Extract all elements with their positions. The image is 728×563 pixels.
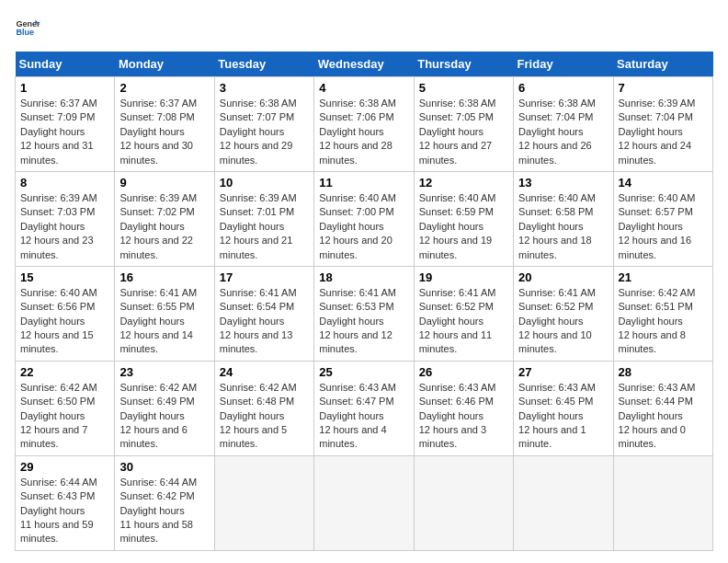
day-number: 7 xyxy=(619,81,708,95)
day-number: 12 xyxy=(419,176,508,190)
calendar-cell: 13 Sunrise: 6:40 AM Sunset: 6:58 PM Dayl… xyxy=(514,171,613,266)
calendar-cell: 17 Sunrise: 6:41 AM Sunset: 6:54 PM Dayl… xyxy=(214,266,313,361)
col-header-sunday: Sunday xyxy=(16,52,115,77)
daylight-value: 12 hours and 14 minutes. xyxy=(119,329,193,354)
daylight-label: Daylight hours xyxy=(419,126,483,137)
day-info: Sunrise: 6:38 AM Sunset: 7:04 PM Dayligh… xyxy=(518,97,608,167)
svg-text:Blue: Blue xyxy=(16,28,34,37)
col-header-wednesday: Wednesday xyxy=(314,52,414,77)
daylight-value: 12 hours and 1 minute. xyxy=(518,424,586,449)
daylight-label: Daylight hours xyxy=(518,410,583,421)
sunrise-label: Sunrise: 6:44 AM xyxy=(20,477,97,488)
calendar-table: SundayMondayTuesdayWednesdayThursdayFrid… xyxy=(15,52,713,551)
sunset-label: Sunset: 6:54 PM xyxy=(220,301,294,312)
daylight-label: Daylight hours xyxy=(220,126,284,137)
calendar-header: SundayMondayTuesdayWednesdayThursdayFrid… xyxy=(16,52,713,77)
sunset-label: Sunset: 6:47 PM xyxy=(319,396,393,407)
sunrise-label: Sunrise: 6:39 AM xyxy=(619,98,696,109)
daylight-value: 12 hours and 19 minutes. xyxy=(419,235,493,259)
daylight-value: 12 hours and 26 minutes. xyxy=(518,140,592,165)
sunrise-label: Sunrise: 6:44 AM xyxy=(119,477,197,488)
daylight-label: Daylight hours xyxy=(119,316,184,327)
daylight-value: 12 hours and 3 minutes. xyxy=(419,424,486,449)
day-info: Sunrise: 6:42 AM Sunset: 6:48 PM Dayligh… xyxy=(220,381,309,452)
calendar-cell: 28 Sunrise: 6:43 AM Sunset: 6:44 PM Dayl… xyxy=(613,361,712,455)
sunset-label: Sunset: 7:03 PM xyxy=(20,206,95,217)
calendar-cell: 29 Sunrise: 6:44 AM Sunset: 6:43 PM Dayl… xyxy=(16,455,115,550)
daylight-label: Daylight hours xyxy=(20,316,85,327)
sunset-label: Sunset: 6:58 PM xyxy=(518,206,593,217)
daylight-value: 12 hours and 20 minutes. xyxy=(319,235,392,259)
calendar-cell: 11 Sunrise: 6:40 AM Sunset: 7:00 PM Dayl… xyxy=(314,171,414,266)
daylight-value: 12 hours and 11 minutes. xyxy=(419,329,493,354)
day-info: Sunrise: 6:38 AM Sunset: 7:07 PM Dayligh… xyxy=(220,97,309,167)
daylight-label: Daylight hours xyxy=(20,126,85,137)
calendar-cell: 2 Sunrise: 6:37 AM Sunset: 7:08 PM Dayli… xyxy=(115,77,214,172)
daylight-value: 12 hours and 15 minutes. xyxy=(20,329,94,354)
sunrise-label: Sunrise: 6:37 AM xyxy=(119,98,197,109)
day-info: Sunrise: 6:38 AM Sunset: 7:06 PM Dayligh… xyxy=(319,97,408,167)
calendar-cell: 15 Sunrise: 6:40 AM Sunset: 6:56 PM Dayl… xyxy=(16,266,115,361)
day-info: Sunrise: 6:42 AM Sunset: 6:51 PM Dayligh… xyxy=(619,286,708,357)
daylight-value: 12 hours and 5 minutes. xyxy=(220,424,287,449)
daylight-value: 12 hours and 23 minutes. xyxy=(20,235,94,259)
sunset-label: Sunset: 6:52 PM xyxy=(518,301,593,312)
col-header-monday: Monday xyxy=(115,52,214,77)
calendar-cell xyxy=(514,455,613,550)
day-number: 19 xyxy=(419,270,508,284)
sunrise-label: Sunrise: 6:37 AM xyxy=(20,98,97,109)
calendar-cell xyxy=(314,455,414,550)
day-info: Sunrise: 6:41 AM Sunset: 6:53 PM Dayligh… xyxy=(319,286,408,357)
col-header-tuesday: Tuesday xyxy=(214,52,313,77)
daylight-value: 11 hours and 58 minutes. xyxy=(119,519,193,544)
calendar-cell: 6 Sunrise: 6:38 AM Sunset: 7:04 PM Dayli… xyxy=(514,77,613,172)
day-number: 2 xyxy=(119,81,209,95)
sunset-label: Sunset: 7:02 PM xyxy=(119,206,194,217)
sunrise-label: Sunrise: 6:39 AM xyxy=(220,192,297,203)
calendar-cell: 10 Sunrise: 6:39 AM Sunset: 7:01 PM Dayl… xyxy=(214,171,313,266)
sunset-label: Sunset: 6:50 PM xyxy=(20,396,95,407)
day-number: 28 xyxy=(619,365,708,379)
day-number: 24 xyxy=(220,365,309,379)
sunrise-label: Sunrise: 6:39 AM xyxy=(20,192,97,203)
day-info: Sunrise: 6:38 AM Sunset: 7:05 PM Dayligh… xyxy=(419,97,508,167)
calendar-cell: 30 Sunrise: 6:44 AM Sunset: 6:42 PM Dayl… xyxy=(115,455,214,550)
day-number: 18 xyxy=(319,270,408,284)
col-header-friday: Friday xyxy=(514,52,613,77)
daylight-label: Daylight hours xyxy=(619,126,683,137)
calendar-cell: 27 Sunrise: 6:43 AM Sunset: 6:45 PM Dayl… xyxy=(514,361,613,455)
day-info: Sunrise: 6:40 AM Sunset: 6:57 PM Dayligh… xyxy=(619,191,708,262)
sunrise-label: Sunrise: 6:41 AM xyxy=(119,287,197,298)
daylight-label: Daylight hours xyxy=(518,126,583,137)
sunset-label: Sunset: 6:43 PM xyxy=(20,490,95,501)
day-info: Sunrise: 6:40 AM Sunset: 7:00 PM Dayligh… xyxy=(319,191,408,262)
sunrise-label: Sunrise: 6:41 AM xyxy=(220,287,297,298)
day-info: Sunrise: 6:40 AM Sunset: 6:59 PM Dayligh… xyxy=(419,191,508,262)
daylight-label: Daylight hours xyxy=(20,221,85,232)
sunrise-label: Sunrise: 6:43 AM xyxy=(518,382,596,393)
day-info: Sunrise: 6:43 AM Sunset: 6:47 PM Dayligh… xyxy=(319,381,408,452)
daylight-label: Daylight hours xyxy=(119,126,184,137)
day-number: 17 xyxy=(220,270,309,284)
svg-text:General: General xyxy=(16,19,40,29)
sunset-label: Sunset: 7:00 PM xyxy=(319,206,393,217)
daylight-value: 12 hours and 16 minutes. xyxy=(619,235,692,259)
day-info: Sunrise: 6:43 AM Sunset: 6:44 PM Dayligh… xyxy=(619,381,708,452)
daylight-label: Daylight hours xyxy=(20,505,85,516)
daylight-value: 12 hours and 31 minutes. xyxy=(20,140,94,165)
day-info: Sunrise: 6:41 AM Sunset: 6:52 PM Dayligh… xyxy=(419,286,508,357)
day-number: 27 xyxy=(518,365,608,379)
sunrise-label: Sunrise: 6:40 AM xyxy=(518,192,596,203)
sunset-label: Sunset: 6:59 PM xyxy=(419,206,494,217)
sunset-label: Sunset: 6:49 PM xyxy=(119,396,194,407)
sunrise-label: Sunrise: 6:41 AM xyxy=(319,287,396,298)
day-number: 11 xyxy=(319,176,408,190)
day-info: Sunrise: 6:39 AM Sunset: 7:04 PM Dayligh… xyxy=(619,97,708,167)
sunrise-label: Sunrise: 6:38 AM xyxy=(319,98,396,109)
col-header-saturday: Saturday xyxy=(613,52,712,77)
daylight-label: Daylight hours xyxy=(518,221,583,232)
sunrise-label: Sunrise: 6:38 AM xyxy=(419,98,496,109)
sunset-label: Sunset: 7:04 PM xyxy=(518,111,593,122)
sunrise-label: Sunrise: 6:42 AM xyxy=(220,382,297,393)
daylight-label: Daylight hours xyxy=(220,221,284,232)
